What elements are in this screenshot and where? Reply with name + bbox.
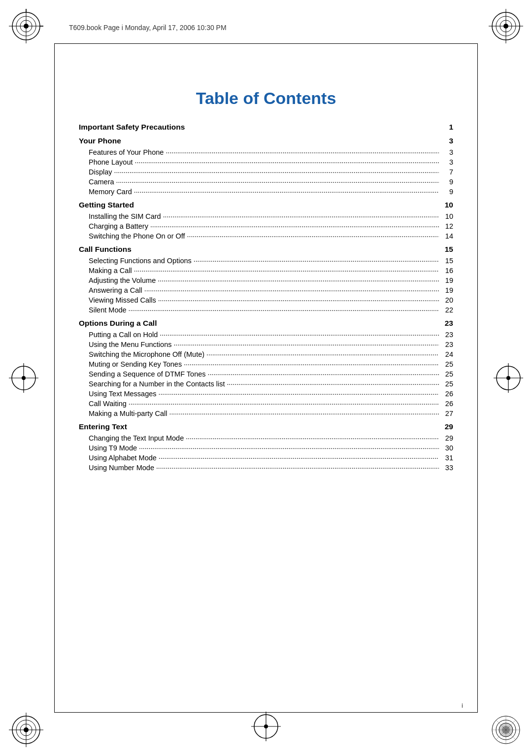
toc-chapter-title-5: Entering Text xyxy=(79,422,127,431)
toc-entry-1-1: Phone Layout3 xyxy=(79,157,453,166)
toc-entry-dots-3-2 xyxy=(158,275,439,283)
toc-entry-dots-5-1 xyxy=(139,443,439,450)
toc-entry-dots-4-3 xyxy=(184,359,439,367)
toc-entry-4-8: Making a Multi-party Call27 xyxy=(79,408,453,417)
toc-entry-3-3: Answering a Call19 xyxy=(79,285,453,294)
toc-entry-dots-4-7 xyxy=(129,398,439,406)
toc-entry-1-0: Features of Your Phone3 xyxy=(79,147,453,156)
toc-entry-dots-5-2 xyxy=(159,452,439,460)
toc-entry-4-7: Call Waiting26 xyxy=(79,398,453,408)
toc-entry-dots-4-5 xyxy=(227,378,439,386)
toc-entry-title-4-8: Making a Multi-party Call xyxy=(89,410,167,417)
toc-entry-page-4-5: 25 xyxy=(441,380,453,388)
toc-entry-1-3: Camera9 xyxy=(79,176,453,186)
toc-entry-title-4-1: Using the Menu Functions xyxy=(89,341,171,348)
toc-chapter-dots-0 xyxy=(187,129,439,130)
toc-entry-title-2-1: Charging a Battery xyxy=(89,222,148,230)
toc-entry-title-4-7: Call Waiting xyxy=(89,400,127,408)
toc-entry-page-5-3: 33 xyxy=(441,464,453,472)
toc-entry-4-3: Muting or Sending Key Tones25 xyxy=(79,359,453,368)
reg-mark-tr xyxy=(489,9,523,43)
toc-entry-dots-5-0 xyxy=(186,433,439,441)
toc-entry-5-3: Using Number Mode33 xyxy=(79,462,453,472)
toc-entry-page-3-0: 15 xyxy=(441,257,453,265)
toc-entry-3-0: Selecting Functions and Options15 xyxy=(79,255,453,265)
toc-section-1: Your Phone3Features of Your Phone3Phone … xyxy=(79,137,453,196)
toc-chapter-dots-4 xyxy=(159,325,439,326)
toc-entry-dots-4-4 xyxy=(208,369,439,377)
toc-entry-dots-4-0 xyxy=(160,329,439,337)
toc-chapter-page-5: 29 xyxy=(441,422,453,431)
toc-entry-dots-4-6 xyxy=(159,388,439,396)
toc-entry-title-5-1: Using T9 Mode xyxy=(89,444,137,452)
toc-chapter-title-2: Getting Started xyxy=(79,201,134,209)
toc-entry-title-1-4: Memory Card xyxy=(89,188,132,196)
toc-entry-dots-4-2 xyxy=(206,349,439,357)
toc-chapter-dots-3 xyxy=(133,251,439,252)
toc-entry-title-3-1: Making a Call xyxy=(89,267,132,275)
toc-entry-dots-1-1 xyxy=(135,157,439,165)
toc-chapter-row-4: Options During a Call23 xyxy=(79,319,453,328)
toc-entry-page-4-6: 26 xyxy=(441,390,453,398)
toc-entry-title-4-4: Sending a Sequence of DTMF Tones xyxy=(89,370,206,378)
toc-entry-dots-4-1 xyxy=(173,339,439,347)
toc-entry-title-4-0: Putting a Call on Hold xyxy=(89,331,158,339)
toc-entry-page-4-8: 27 xyxy=(441,410,453,417)
toc-chapter-title-0: Important Safety Precautions xyxy=(79,123,185,132)
toc-chapter-page-3: 15 xyxy=(441,245,453,254)
toc-entry-title-1-0: Features of Your Phone xyxy=(89,148,164,156)
toc-entry-dots-2-2 xyxy=(187,231,439,239)
toc-entry-page-1-4: 9 xyxy=(441,188,453,196)
toc-chapter-row-0: Important Safety Precautions1 xyxy=(79,123,453,132)
toc-entry-dots-1-2 xyxy=(114,167,439,174)
toc-entry-title-1-2: Display xyxy=(89,168,112,176)
toc-entry-dots-3-0 xyxy=(194,255,439,263)
toc-entry-page-4-2: 24 xyxy=(441,350,453,358)
toc-entry-dots-3-3 xyxy=(144,285,439,293)
toc-entry-5-1: Using T9 Mode30 xyxy=(79,443,453,452)
toc-entry-dots-3-4 xyxy=(158,295,439,303)
page-number: i xyxy=(462,702,463,709)
toc-entry-page-3-3: 19 xyxy=(441,286,453,294)
toc-entry-title-4-6: Using Text Messages xyxy=(89,390,157,398)
toc-entry-title-3-4: Viewing Missed Calls xyxy=(89,296,156,304)
toc-chapter-page-2: 10 xyxy=(441,201,453,209)
toc-entry-3-5: Silent Mode22 xyxy=(79,305,453,314)
side-mark-left xyxy=(9,363,38,393)
right-border xyxy=(477,43,478,713)
side-mark-right xyxy=(494,363,523,393)
toc-section-2: Getting Started10Installing the SIM Card… xyxy=(79,201,453,240)
toc-entry-dots-4-8 xyxy=(169,408,439,416)
toc-entry-title-3-0: Selecting Functions and Options xyxy=(89,257,192,265)
toc-entry-2-2: Switching the Phone On or Off14 xyxy=(79,231,453,240)
toc-entry-dots-1-0 xyxy=(166,147,439,155)
toc-entry-page-4-0: 23 xyxy=(441,331,453,339)
toc-entry-4-5: Searching for a Number in the Contacts l… xyxy=(79,378,453,388)
toc-chapter-title-3: Call Functions xyxy=(79,245,132,254)
toc-entry-title-5-0: Changing the Text Input Mode xyxy=(89,434,184,442)
toc-entry-page-1-1: 3 xyxy=(441,158,453,166)
toc-entry-title-5-3: Using Number Mode xyxy=(89,464,154,472)
toc-chapter-row-3: Call Functions15 xyxy=(79,245,453,254)
content-area: Table of Contents Important Safety Preca… xyxy=(64,49,468,707)
toc-entry-dots-2-0 xyxy=(163,211,439,219)
reg-mark-br xyxy=(489,713,523,747)
toc-section-5: Entering Text29Changing the Text Input M… xyxy=(79,422,453,472)
toc-entry-title-4-3: Muting or Sending Key Tones xyxy=(89,360,182,368)
toc-entry-1-2: Display7 xyxy=(79,167,453,176)
toc-entry-2-1: Charging a Battery12 xyxy=(79,221,453,230)
toc-container: Important Safety Precautions1Your Phone3… xyxy=(79,123,453,472)
toc-entry-page-3-4: 20 xyxy=(441,296,453,304)
toc-entry-title-2-0: Installing the SIM Card xyxy=(89,212,161,220)
toc-entry-title-3-2: Adjusting the Volume xyxy=(89,276,156,284)
toc-entry-dots-1-3 xyxy=(116,176,439,184)
toc-entry-page-3-1: 16 xyxy=(441,267,453,275)
toc-entry-2-0: Installing the SIM Card10 xyxy=(79,211,453,220)
header-info: T609.book Page i Monday, April 17, 2006 … xyxy=(69,24,227,32)
toc-entry-title-1-1: Phone Layout xyxy=(89,158,133,166)
toc-chapter-row-5: Entering Text29 xyxy=(79,422,453,431)
top-border xyxy=(54,43,478,44)
toc-entry-title-3-5: Silent Mode xyxy=(89,306,127,314)
bottom-center-mark xyxy=(251,712,281,741)
toc-entry-dots-2-1 xyxy=(150,221,439,229)
